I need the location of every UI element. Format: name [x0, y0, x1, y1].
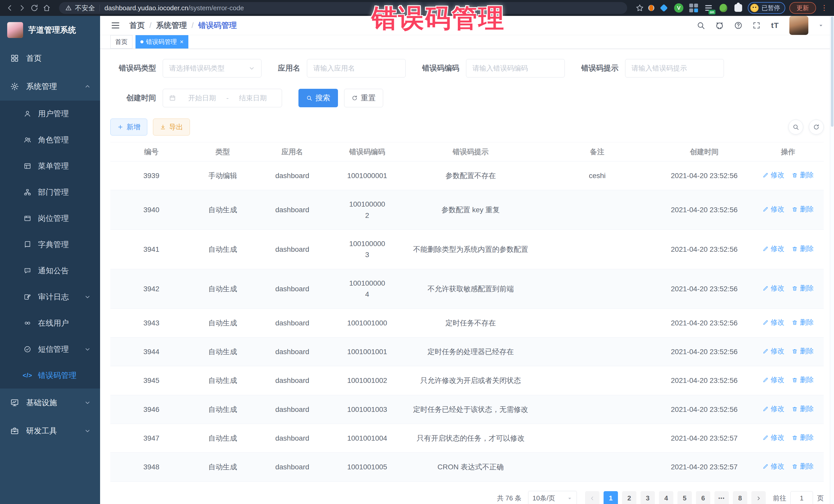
sidebar-item-users[interactable]: 用户管理 — [0, 101, 100, 127]
next-page-button[interactable] — [751, 491, 766, 504]
close-icon[interactable]: × — [180, 39, 183, 45]
edit-link[interactable]: 修改 — [762, 404, 785, 414]
error-type-select[interactable]: 请选择错误码类型 — [163, 59, 262, 78]
cell-app: dashboard — [253, 230, 332, 269]
page-button-6[interactable]: 6 — [696, 491, 710, 504]
sidebar-item-sms[interactable]: 短信管理 — [0, 336, 100, 363]
fontsize-icon[interactable]: tT — [770, 21, 780, 30]
toggle-search-button[interactable] — [788, 119, 803, 134]
caret-down-icon[interactable] — [818, 23, 824, 28]
github-icon[interactable] — [715, 21, 724, 30]
reset-button[interactable]: 重置 — [344, 89, 383, 107]
sidebar-item-dev-tools[interactable]: 研发工具 — [0, 417, 100, 445]
page-button-4[interactable]: 4 — [659, 491, 673, 504]
delete-link[interactable]: 删除 — [792, 283, 814, 294]
fullscreen-icon[interactable] — [752, 21, 761, 29]
sidebar-item-dictionary[interactable]: 字典管理 — [0, 232, 100, 258]
delete-link[interactable]: 删除 — [792, 317, 814, 328]
sidebar-item-announcements[interactable]: 通知公告 — [0, 258, 100, 284]
table-row: 3942自动生成dashboard1001000004不允许获取敏感配置到前端2… — [110, 269, 824, 308]
dots-vertical-icon[interactable] — [820, 4, 828, 12]
breadcrumb-home[interactable]: 首页 — [129, 20, 145, 31]
delete-link[interactable]: 删除 — [792, 170, 814, 181]
green-sprout-extension-icon[interactable] — [718, 3, 729, 13]
refresh-table-button[interactable] — [809, 119, 824, 134]
goto-page-input[interactable] — [790, 491, 813, 504]
export-button[interactable]: 导出 — [153, 118, 190, 135]
app-name-field — [307, 59, 406, 78]
sidebar-item-roles[interactable]: 角色管理 — [0, 127, 100, 153]
reload-icon[interactable] — [30, 4, 39, 12]
home-icon[interactable] — [43, 4, 51, 12]
puzzle-extension-icon[interactable] — [733, 3, 744, 13]
sidebar-item-departments[interactable]: 部门管理 — [0, 179, 100, 205]
breadcrumb-system[interactable]: 系统管理 — [156, 20, 187, 31]
page-button-8[interactable]: 8 — [733, 491, 747, 504]
page-button-3[interactable]: 3 — [640, 491, 655, 504]
cell-message: 只允许修改为开启或者关闭状态 — [403, 366, 539, 395]
sidebar-item-system[interactable]: 系统管理 — [0, 72, 100, 101]
url-path: /system/error-code — [188, 4, 244, 12]
cell-id: 3948 — [110, 453, 193, 481]
user-avatar[interactable] — [789, 16, 808, 35]
profile-chip[interactable]: 已暂停 — [748, 2, 785, 14]
hamburger-icon[interactable] — [110, 20, 120, 30]
delete-link[interactable]: 删除 — [792, 404, 814, 414]
page-button-5[interactable]: 5 — [678, 491, 692, 504]
edit-link[interactable]: 修改 — [762, 317, 785, 328]
security-label[interactable]: 不安全 — [75, 4, 95, 13]
sidebar-item-home[interactable]: 首页 — [0, 44, 100, 72]
edit-link[interactable]: 修改 — [762, 461, 785, 472]
edit-link[interactable]: 修改 — [762, 170, 785, 181]
back-icon[interactable] — [6, 4, 14, 12]
sidebar-item-error-codes[interactable]: </>错误码管理 — [0, 363, 100, 389]
sidebar-item-online-users[interactable]: 在线用户 — [0, 310, 100, 336]
scrollbar-thumb[interactable] — [831, 17, 833, 127]
scrollbar[interactable] — [830, 16, 834, 504]
prev-page-button[interactable] — [585, 491, 599, 504]
green-v-extension-icon[interactable]: V — [673, 3, 684, 13]
delete-link[interactable]: 删除 — [792, 432, 814, 443]
blue-gem-extension-icon[interactable] — [658, 3, 669, 13]
edit-link[interactable]: 修改 — [762, 243, 785, 254]
address-bar[interactable]: 不安全 dashboard.yudao.iocoder.cn/system/er… — [59, 2, 627, 14]
delete-link[interactable]: 删除 — [792, 243, 814, 254]
search-button[interactable]: 搜索 — [299, 89, 338, 107]
cell-actions: 修改删除 — [752, 230, 824, 269]
question-icon[interactable] — [734, 21, 743, 30]
browser-update-button[interactable]: 更新 — [789, 2, 816, 14]
edit-link[interactable]: 修改 — [762, 346, 785, 357]
edit-link[interactable]: 修改 — [762, 432, 785, 443]
delete-link[interactable]: 删除 — [792, 204, 814, 215]
app-name-input[interactable] — [313, 64, 399, 72]
edit-link[interactable]: 修改 — [762, 375, 785, 386]
edit-link[interactable]: 修改 — [762, 283, 785, 294]
page-button-1[interactable]: 1 — [603, 491, 618, 504]
sidebar-item-audit-log[interactable]: 审计日志 — [0, 284, 100, 310]
forward-icon[interactable] — [18, 4, 26, 12]
orange-ring-extension-icon[interactable] — [648, 5, 654, 11]
infrastructure-icon — [10, 398, 19, 407]
page-size-select[interactable]: 10条/页 — [528, 491, 577, 504]
star-icon[interactable] — [635, 4, 644, 12]
tag-home[interactable]: 首页 — [110, 35, 132, 48]
grid-extension-icon[interactable] — [688, 3, 699, 13]
more-pages-button[interactable]: ••• — [715, 491, 729, 504]
delete-link[interactable]: 删除 — [792, 346, 814, 357]
sidebar-item-infrastructure[interactable]: 基础设施 — [0, 389, 100, 417]
app-logo-row[interactable]: 芋道管理系统 — [0, 16, 100, 44]
error-message-input[interactable] — [632, 64, 718, 72]
delete-link[interactable]: 删除 — [792, 375, 814, 386]
announcement-icon — [24, 267, 31, 275]
add-button[interactable]: 新增 — [110, 118, 147, 135]
tag-error-code[interactable]: 错误码管理 × — [135, 35, 188, 48]
error-code-input[interactable] — [473, 64, 558, 72]
sidebar-item-posts[interactable]: 岗位管理 — [0, 205, 100, 232]
delete-link[interactable]: 删除 — [792, 461, 814, 472]
search-icon[interactable] — [697, 21, 705, 30]
sidebar-item-menus[interactable]: 菜单管理 — [0, 153, 100, 179]
edit-link[interactable]: 修改 — [762, 204, 785, 215]
list-on-extension-icon[interactable]: on — [703, 3, 714, 13]
page-button-2[interactable]: 2 — [622, 491, 636, 504]
date-range-picker[interactable]: 开始日期 - 结束日期 — [163, 89, 282, 107]
